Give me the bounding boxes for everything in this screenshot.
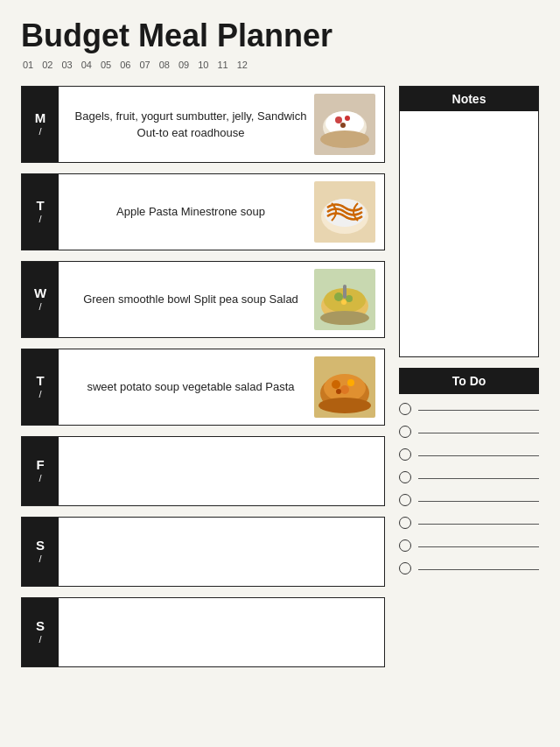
month-label: 05 [101, 60, 111, 70]
meal-row: F/ [21, 436, 385, 506]
svg-point-15 [341, 300, 346, 305]
day-slash: / [38, 553, 41, 565]
todo-line [418, 569, 539, 570]
right-column: Notes To Do [399, 86, 539, 667]
day-label: T/ [22, 174, 59, 250]
meal-content[interactable] [59, 437, 384, 505]
meal-row: S/ [21, 517, 385, 587]
day-label: S/ [22, 598, 59, 666]
todo-checkbox[interactable] [399, 448, 411, 461]
meal-content[interactable]: Green smoothle bowl Split pea soup Salad [59, 262, 384, 337]
todo-item[interactable] [399, 562, 539, 574]
notes-section: Notes [399, 86, 539, 357]
day-slash: / [38, 126, 41, 137]
day-label: T/ [22, 349, 59, 425]
meal-row: W/Green smoothle bowl Split pea soup Sal… [21, 261, 385, 338]
day-label: W/ [22, 262, 59, 337]
todo-item[interactable] [399, 426, 539, 438]
todo-checkbox[interactable] [399, 539, 411, 552]
day-letter: M [35, 110, 46, 126]
todo-line [418, 433, 539, 433]
meal-row: T/Apple Pasta Minestrone soup [21, 173, 385, 250]
month-label: 08 [159, 60, 170, 70]
todo-items [399, 403, 539, 574]
meal-content[interactable]: sweet potato soup vegetable salad Pasta [59, 349, 384, 425]
month-label: 02 [42, 60, 52, 70]
svg-point-14 [346, 295, 353, 302]
todo-line [418, 524, 539, 525]
main-layout: M/Bagels, fruit, yogurt sumbutter, jelly… [21, 86, 539, 667]
meal-row: T/sweet potato soup vegetable salad Past… [21, 349, 385, 426]
svg-point-3 [335, 116, 342, 123]
todo-item[interactable] [399, 471, 539, 483]
notes-header: Notes [400, 87, 538, 111]
svg-point-5 [340, 123, 346, 128]
day-label: S/ [22, 518, 59, 586]
meal-content[interactable] [59, 598, 384, 666]
month-label: 11 [218, 60, 228, 70]
food-image [314, 181, 375, 243]
todo-line [418, 501, 539, 502]
month-label: 06 [120, 60, 130, 70]
food-image [314, 269, 375, 330]
meal-text: sweet potato soup vegetable salad Pasta [67, 378, 314, 396]
svg-point-13 [334, 292, 343, 301]
todo-line [418, 478, 539, 479]
svg-point-17 [320, 311, 369, 325]
todo-checkbox[interactable] [399, 403, 411, 415]
month-label: 12 [237, 60, 248, 70]
todo-item[interactable] [399, 539, 539, 552]
meal-row: M/Bagels, fruit, yogurt sumbutter, jelly… [21, 86, 385, 163]
svg-point-25 [318, 398, 371, 413]
day-letter: S [36, 618, 45, 634]
day-slash: / [38, 301, 41, 313]
svg-point-24 [336, 389, 341, 394]
todo-checkbox[interactable] [399, 426, 411, 438]
meal-text: Apple Pasta Minestrone soup [67, 203, 314, 221]
month-label: 03 [62, 60, 73, 70]
todo-item[interactable] [399, 448, 539, 461]
month-label: 10 [198, 60, 208, 70]
day-letter: F [36, 457, 44, 473]
todo-checkbox[interactable] [399, 562, 411, 574]
day-letter: T [36, 373, 44, 389]
day-letter: W [34, 285, 46, 301]
month-row: 010203040506070809101112 [21, 60, 539, 70]
svg-point-22 [347, 379, 354, 386]
meal-content[interactable]: Apple Pasta Minestrone soup [59, 174, 384, 250]
meal-text: Bagels, fruit, yogurt sumbutter, jelly, … [67, 108, 314, 142]
day-slash: / [38, 389, 41, 400]
food-image [314, 356, 375, 418]
month-label: 07 [140, 60, 150, 70]
todo-item[interactable] [399, 517, 539, 529]
svg-rect-16 [343, 285, 346, 299]
svg-point-23 [340, 385, 349, 394]
todo-item[interactable] [399, 403, 539, 415]
svg-point-6 [320, 130, 369, 148]
todo-header: To Do [399, 368, 539, 394]
meal-row: S/ [21, 597, 385, 667]
meal-content[interactable] [59, 518, 384, 586]
todo-line [418, 410, 539, 411]
day-slash: / [38, 634, 41, 645]
svg-point-4 [345, 116, 350, 121]
todo-section: To Do [399, 368, 539, 574]
notes-body[interactable] [400, 111, 538, 356]
todo-checkbox[interactable] [399, 494, 411, 506]
todo-checkbox[interactable] [399, 471, 411, 483]
meal-text: Green smoothle bowl Split pea soup Salad [67, 291, 314, 308]
month-label: 01 [23, 60, 33, 70]
meal-column: M/Bagels, fruit, yogurt sumbutter, jelly… [21, 86, 385, 667]
meal-content[interactable]: Bagels, fruit, yogurt sumbutter, jelly, … [59, 87, 384, 162]
day-label: M/ [22, 87, 59, 162]
svg-point-21 [332, 380, 340, 389]
day-letter: T [36, 198, 44, 214]
todo-checkbox[interactable] [399, 517, 411, 529]
month-label: 09 [178, 60, 189, 70]
month-label: 04 [81, 60, 92, 70]
day-slash: / [38, 214, 41, 225]
todo-line [418, 546, 539, 547]
day-letter: S [36, 538, 45, 553]
todo-item[interactable] [399, 494, 539, 506]
food-image [314, 94, 375, 155]
